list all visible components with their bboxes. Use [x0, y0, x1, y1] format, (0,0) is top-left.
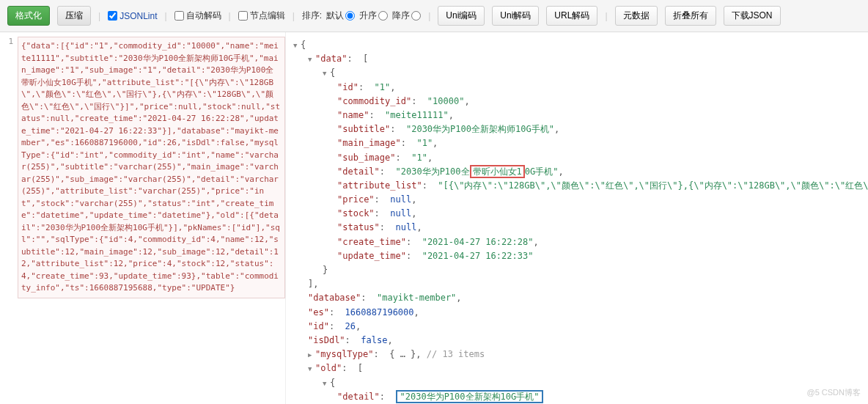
json-value: 1: [416, 138, 433, 148]
separator: |: [605, 11, 607, 21]
json-value: 1: [411, 153, 427, 163]
json-key: detail: [337, 166, 380, 177]
tree-panel: { data: [ { id: 1, commodity_id: 10000, …: [286, 32, 868, 404]
compress-button[interactable]: 压缩: [57, 6, 91, 26]
line-number: 1: [4, 37, 16, 46]
json-key: create_time: [337, 237, 406, 247]
separator: |: [428, 11, 430, 21]
json-value: 2030华为P100全新架构师10G手机: [406, 124, 554, 134]
item-count: // 13 items: [427, 349, 485, 359]
sort-default-radio[interactable]: [345, 11, 355, 21]
json-key: isDdl: [308, 335, 345, 345]
sort-default-wrap[interactable]: 默认: [326, 10, 355, 22]
json-key: stock: [337, 208, 375, 218]
json-key: mysqlType: [315, 349, 374, 359]
caret-icon[interactable]: [323, 66, 330, 80]
sort-asc-radio[interactable]: [378, 11, 388, 21]
raw-json-text[interactable]: {"data":[{"id":"1","commodity_id":"10000…: [18, 37, 285, 298]
json-value: null: [390, 208, 411, 218]
json-key: name: [337, 110, 369, 120]
highlight-blue: 2030华为P100全新架构10G手机: [396, 390, 544, 403]
json-value: [{\"内存\":\"128GB\",\"颜色\":\"红色\",\"国行\"}…: [438, 180, 868, 191]
json-value: 1660887196000: [345, 307, 414, 317]
json-value: null: [396, 222, 417, 232]
separator: |: [293, 11, 295, 21]
json-key: main_image: [337, 138, 401, 148]
json-value: 2030华为P100全带昕小仙女10G手机: [396, 165, 559, 178]
json-value: 10000: [427, 96, 465, 106]
jsonlint-label: JSONLint: [119, 11, 157, 21]
metadata-button[interactable]: 元数据: [615, 6, 658, 26]
json-value: 2021-04-27 16:22:33: [422, 251, 534, 261]
nodeedit-checkbox[interactable]: [238, 11, 248, 21]
sort-desc-wrap[interactable]: 降序: [392, 10, 421, 22]
json-key: subtitle: [337, 124, 390, 134]
json-key: es: [308, 307, 329, 317]
main-area: 1 {"data":[{"id":"1","commodity_id":"100…: [0, 32, 868, 404]
jsonlint-checkbox[interactable]: [108, 11, 117, 21]
json-value: false: [361, 335, 387, 345]
json-value: meite11111: [385, 110, 449, 120]
json-value: 2021-04-27 16:22:28: [422, 237, 534, 247]
json-key: price: [337, 194, 375, 205]
json-key: id: [308, 321, 329, 331]
json-key: database: [308, 293, 361, 303]
jsonlint-checkbox-wrap[interactable]: JSONLint: [108, 11, 157, 21]
download-button[interactable]: 下载JSON: [724, 6, 781, 26]
json-key: update_time: [337, 251, 406, 261]
url-decode-button[interactable]: URL解码: [546, 6, 597, 26]
json-key: attribute_list: [337, 180, 422, 191]
caret-icon[interactable]: [308, 361, 315, 375]
json-key: sub_image: [337, 153, 396, 163]
separator: |: [229, 11, 231, 21]
raw-panel: 1 {"data":[{"id":"1","commodity_id":"100…: [0, 32, 286, 404]
toolbar: 格式化 压缩 | JSONLint | 自动解码 | 节点编辑 | 排序: 默认…: [0, 0, 868, 32]
sort-group: 排序: 默认 升序 降序: [302, 10, 421, 22]
collapse-all-button[interactable]: 折叠所有: [665, 6, 716, 26]
uni-decode-button[interactable]: Uni解码: [492, 6, 539, 26]
autodecode-checkbox-wrap[interactable]: 自动解码: [174, 10, 221, 22]
separator: |: [98, 11, 100, 21]
nodeedit-checkbox-wrap[interactable]: 节点编辑: [238, 10, 285, 22]
caret-icon[interactable]: [293, 38, 301, 52]
json-key: commodity_id: [337, 96, 411, 106]
json-value: 2030华为P100全新架构10G手机: [400, 392, 540, 402]
separator: |: [164, 11, 166, 21]
sort-label: 排序:: [302, 10, 322, 22]
highlight-red: 带昕小仙女1: [470, 165, 525, 178]
autodecode-checkbox[interactable]: [174, 11, 184, 21]
json-value: null: [390, 194, 411, 205]
json-key: old: [315, 363, 342, 373]
json-value: 1: [375, 82, 391, 92]
uni-encode-button[interactable]: Uni编码: [438, 6, 485, 26]
caret-icon[interactable]: [323, 376, 330, 390]
json-value: mayikt-member: [377, 293, 456, 303]
json-key: data: [315, 54, 347, 64]
json-key: id: [337, 82, 358, 92]
json-key: detail: [337, 392, 380, 402]
watermark: @5 CSDN博客: [806, 387, 861, 398]
caret-icon[interactable]: [308, 348, 315, 361]
nodeedit-label: 节点编辑: [250, 10, 285, 22]
sort-asc-wrap[interactable]: 升序: [359, 10, 388, 22]
sort-desc-radio[interactable]: [411, 11, 421, 21]
json-value: 26: [345, 321, 356, 331]
format-button[interactable]: 格式化: [7, 6, 50, 26]
autodecode-label: 自动解码: [186, 10, 221, 22]
json-key: status: [337, 222, 380, 232]
caret-icon[interactable]: [308, 52, 315, 66]
